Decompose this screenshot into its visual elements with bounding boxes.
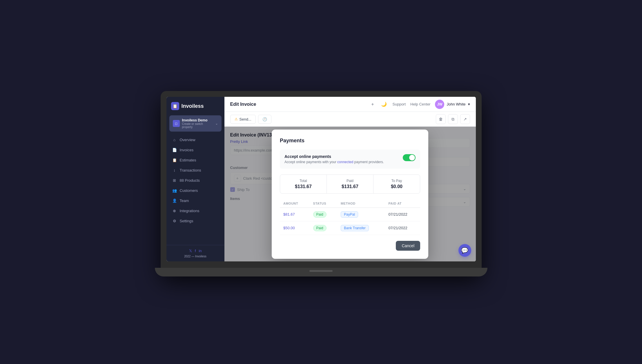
user-menu[interactable]: JW John White ▾ bbox=[435, 100, 470, 109]
toolbar: ⚠ Send... 🕐 🗑 ⧉ ↗ bbox=[224, 112, 476, 127]
chat-bubble[interactable]: 💬 bbox=[458, 244, 471, 257]
external-link-button[interactable]: ↗ bbox=[460, 114, 470, 124]
logo-icon: 📋 bbox=[171, 102, 179, 110]
accept-payments-row: Accept online payments Accept online pay… bbox=[280, 150, 420, 169]
sidebar-footer: 𝕏 f in 2022 — Invoiless bbox=[166, 245, 224, 261]
social-links: 𝕏 f in bbox=[171, 249, 220, 253]
logo-text: Invoiless bbox=[182, 103, 204, 109]
home-icon: ⌂ bbox=[172, 138, 177, 142]
copyright-text: 2022 — Invoiless bbox=[171, 255, 220, 258]
paid-label: Paid bbox=[333, 179, 367, 183]
accept-sub-text: Accept online payments with your bbox=[284, 160, 337, 164]
modal-overlay: Payments Accept online payments Accept o… bbox=[224, 127, 476, 261]
topay-label: To Pay bbox=[379, 179, 414, 183]
sidebar-item-label: 88 Products bbox=[180, 178, 200, 183]
chevron-down-icon: ⌄ bbox=[215, 121, 218, 125]
integrations-icon: ⊕ bbox=[172, 209, 177, 213]
accept-sub-after: payment providers. bbox=[353, 160, 384, 164]
method-cell: Bank Transfer bbox=[337, 221, 385, 235]
add-button[interactable]: + bbox=[370, 101, 375, 108]
accept-title: Accept online payments bbox=[284, 154, 384, 159]
paid-summary: Paid $131.67 bbox=[327, 175, 373, 193]
send-button[interactable]: ⚠ Send... bbox=[230, 115, 256, 124]
page-content: Edit Invoice (INV1337) Pretty Link Custo… bbox=[224, 127, 476, 261]
estimates-icon: 📋 bbox=[172, 158, 177, 162]
sidebar-item-invoices[interactable]: 📄 Invoices bbox=[169, 145, 222, 155]
user-name: John White bbox=[447, 102, 465, 106]
payment-link[interactable]: $50.00 bbox=[283, 226, 295, 230]
sidebar-item-transactions[interactable]: ↕ Transactions bbox=[169, 165, 222, 175]
property-name: Invoiless Demo bbox=[182, 118, 213, 122]
sidebar-item-label: Transactions bbox=[180, 168, 201, 172]
sidebar: 📋 Invoiless ◻ Invoiless Demo Create or s… bbox=[166, 97, 224, 261]
sidebar-item-label: Customers bbox=[180, 188, 198, 193]
cancel-button[interactable]: Cancel bbox=[396, 241, 420, 251]
amount-cell: $50.00 bbox=[280, 221, 310, 235]
total-value: $131.67 bbox=[286, 184, 321, 189]
team-icon: 👤 bbox=[172, 199, 177, 203]
modal-title: Payments bbox=[280, 138, 420, 144]
delete-button[interactable]: 🗑 bbox=[436, 114, 446, 124]
method-badge: PayPal bbox=[341, 211, 358, 218]
avatar: JW bbox=[435, 100, 444, 109]
twitter-icon[interactable]: 𝕏 bbox=[189, 249, 192, 253]
duplicate-button[interactable]: ⧉ bbox=[448, 114, 458, 124]
linkedin-icon[interactable]: in bbox=[199, 249, 202, 253]
status-badge: Paid bbox=[313, 211, 327, 218]
col-amount: AMOUNT bbox=[280, 199, 310, 208]
paid-value: $131.67 bbox=[333, 184, 367, 189]
sidebar-item-customers[interactable]: 👥 Customers bbox=[169, 186, 222, 195]
topbar-left: Edit Invoice bbox=[230, 102, 256, 107]
history-button[interactable]: 🕐 bbox=[258, 115, 271, 124]
accept-payments-toggle[interactable] bbox=[403, 154, 416, 161]
sidebar-item-integrations[interactable]: ⊕ Integrations bbox=[169, 206, 222, 216]
sidebar-item-label: Overview bbox=[180, 138, 195, 142]
status-cell: Paid bbox=[310, 221, 337, 235]
topbar-right: + 🌙 Support Help Center JW John White ▾ bbox=[370, 100, 470, 109]
accept-sub: Accept online payments with your connect… bbox=[284, 160, 384, 164]
transactions-icon: ↕ bbox=[172, 168, 177, 172]
method-cell: PayPal bbox=[337, 208, 385, 221]
toolbar-left: ⚠ Send... 🕐 bbox=[230, 115, 271, 124]
status-cell: Paid bbox=[310, 208, 337, 221]
sidebar-item-label: Integrations bbox=[180, 209, 200, 213]
sidebar-item-estimates[interactable]: 📋 Estimates bbox=[169, 155, 222, 165]
sidebar-item-products[interactable]: ⊞ 88 Products bbox=[169, 176, 222, 185]
main-content: Edit Invoice + 🌙 Support Help Center JW … bbox=[224, 97, 476, 261]
col-paid-at: PAID AT bbox=[385, 199, 420, 208]
sidebar-nav: ⌂ Overview 📄 Invoices 📋 Estimates ↕ Tran… bbox=[166, 135, 224, 245]
property-icon: ◻ bbox=[173, 120, 180, 127]
connected-link[interactable]: connected bbox=[337, 160, 353, 164]
table-row: $50.00 Paid Bank Transfer 07/21/2022 bbox=[280, 221, 420, 235]
sidebar-item-team[interactable]: 👤 Team bbox=[169, 196, 222, 205]
support-button[interactable]: Support bbox=[393, 102, 406, 106]
facebook-icon[interactable]: f bbox=[195, 249, 196, 253]
sidebar-item-settings[interactable]: ⚙ Settings bbox=[169, 216, 222, 226]
clock-icon: 🕐 bbox=[262, 117, 267, 121]
page-title: Edit Invoice bbox=[230, 102, 256, 107]
warning-icon: ⚠ bbox=[235, 117, 238, 121]
total-summary: Total $131.67 bbox=[280, 175, 327, 193]
help-center-button[interactable]: Help Center bbox=[410, 102, 430, 106]
total-label: Total bbox=[286, 179, 321, 183]
property-sub: Create or switch property bbox=[182, 122, 213, 129]
topbar: Edit Invoice + 🌙 Support Help Center JW … bbox=[224, 97, 476, 112]
payment-summary: Total $131.67 Paid $131.67 To Pay $0.00 bbox=[280, 174, 420, 194]
sidebar-item-label: Team bbox=[180, 199, 189, 203]
col-status: STATUS bbox=[310, 199, 337, 208]
property-switcher[interactable]: ◻ Invoiless Demo Create or switch proper… bbox=[169, 115, 222, 132]
payment-table: AMOUNT STATUS METHOD PAID AT $81.67 Paid bbox=[280, 199, 420, 235]
paid-at-cell: 07/21/2022 bbox=[385, 221, 420, 235]
status-badge: Paid bbox=[313, 225, 327, 231]
sidebar-item-label: Estimates bbox=[180, 158, 196, 162]
topay-summary: To Pay $0.00 bbox=[373, 175, 420, 193]
sidebar-item-overview[interactable]: ⌂ Overview bbox=[169, 135, 222, 145]
sidebar-item-label: Invoices bbox=[180, 148, 194, 152]
table-row: $81.67 Paid PayPal 07/21/2022 bbox=[280, 208, 420, 221]
sidebar-item-label: Settings bbox=[180, 219, 193, 223]
modal-footer: Cancel bbox=[280, 241, 420, 251]
invoice-icon: 📄 bbox=[172, 148, 177, 152]
dark-mode-button[interactable]: 🌙 bbox=[380, 100, 388, 108]
toolbar-right: 🗑 ⧉ ↗ bbox=[436, 114, 470, 124]
col-method: METHOD bbox=[337, 199, 385, 208]
